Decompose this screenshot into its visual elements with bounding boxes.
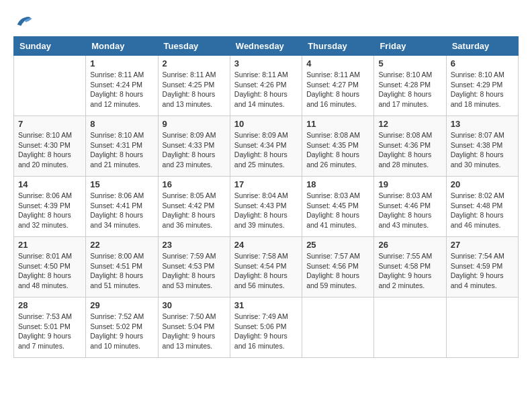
header-day-tuesday: Tuesday (158, 37, 230, 56)
day-info: Sunrise: 7:52 AM Sunset: 5:02 PM Dayligh… (90, 312, 153, 351)
logo-bird-icon (13, 13, 32, 30)
day-number: 7 (18, 119, 81, 129)
calendar-cell: 7Sunrise: 8:10 AM Sunset: 4:30 PM Daylig… (14, 116, 86, 177)
day-info: Sunrise: 8:08 AM Sunset: 4:36 PM Dayligh… (378, 130, 441, 170)
calendar-cell: 26Sunrise: 7:55 AM Sunset: 4:58 PM Dayli… (374, 237, 446, 298)
day-number: 16 (163, 179, 226, 189)
day-info: Sunrise: 8:10 AM Sunset: 4:28 PM Dayligh… (378, 70, 441, 109)
day-info: Sunrise: 7:50 AM Sunset: 5:04 PM Dayligh… (163, 312, 226, 351)
day-number: 10 (234, 119, 298, 129)
day-number: 30 (163, 300, 226, 310)
day-number: 21 (18, 240, 81, 250)
day-number: 13 (451, 119, 514, 129)
calendar-cell: 28Sunrise: 7:53 AM Sunset: 5:01 PM Dayli… (14, 298, 86, 358)
calendar-cell: 10Sunrise: 8:09 AM Sunset: 4:34 PM Dayli… (230, 116, 302, 177)
day-info: Sunrise: 7:54 AM Sunset: 4:59 PM Dayligh… (451, 251, 514, 291)
day-number: 1 (90, 58, 153, 68)
day-info: Sunrise: 8:00 AM Sunset: 4:51 PM Dayligh… (90, 251, 153, 291)
day-info: Sunrise: 8:03 AM Sunset: 4:46 PM Dayligh… (378, 191, 441, 230)
day-number: 6 (451, 58, 514, 68)
calendar-cell: 31Sunrise: 7:49 AM Sunset: 5:06 PM Dayli… (230, 298, 302, 358)
day-info: Sunrise: 8:10 AM Sunset: 4:31 PM Dayligh… (90, 130, 153, 170)
day-info: Sunrise: 8:07 AM Sunset: 4:38 PM Dayligh… (451, 130, 514, 170)
calendar-cell: 18Sunrise: 8:03 AM Sunset: 4:45 PM Dayli… (302, 177, 374, 237)
day-info: Sunrise: 8:10 AM Sunset: 4:30 PM Dayligh… (18, 130, 81, 170)
calendar-cell: 15Sunrise: 8:06 AM Sunset: 4:41 PM Dayli… (86, 177, 158, 237)
day-number: 29 (90, 300, 153, 310)
calendar-week-5: 28Sunrise: 7:53 AM Sunset: 5:01 PM Dayli… (14, 298, 519, 358)
day-info: Sunrise: 8:06 AM Sunset: 4:39 PM Dayligh… (18, 191, 81, 230)
day-info: Sunrise: 8:04 AM Sunset: 4:43 PM Dayligh… (234, 191, 298, 230)
calendar-cell: 5Sunrise: 8:10 AM Sunset: 4:28 PM Daylig… (374, 56, 446, 116)
calendar-cell: 11Sunrise: 8:08 AM Sunset: 4:35 PM Dayli… (302, 116, 374, 177)
day-number: 18 (306, 179, 369, 189)
day-info: Sunrise: 8:10 AM Sunset: 4:29 PM Dayligh… (451, 70, 514, 109)
calendar-cell (302, 298, 374, 358)
calendar-cell: 19Sunrise: 8:03 AM Sunset: 4:46 PM Dayli… (374, 177, 446, 237)
day-info: Sunrise: 7:49 AM Sunset: 5:06 PM Dayligh… (234, 312, 298, 351)
day-info: Sunrise: 8:01 AM Sunset: 4:50 PM Dayligh… (18, 251, 81, 291)
day-number: 8 (90, 119, 153, 129)
header-day-saturday: Saturday (446, 37, 518, 56)
calendar-header-row: SundayMondayTuesdayWednesdayThursdayFrid… (14, 37, 519, 56)
day-number: 22 (90, 240, 153, 250)
calendar-cell: 21Sunrise: 8:01 AM Sunset: 4:50 PM Dayli… (14, 237, 86, 298)
day-number: 17 (234, 179, 298, 189)
calendar-cell: 1Sunrise: 8:11 AM Sunset: 4:24 PM Daylig… (86, 56, 158, 116)
day-number: 31 (234, 300, 298, 310)
day-number: 5 (378, 58, 441, 68)
calendar-cell: 13Sunrise: 8:07 AM Sunset: 4:38 PM Dayli… (446, 116, 518, 177)
calendar-cell (446, 298, 518, 358)
calendar-cell: 16Sunrise: 8:05 AM Sunset: 4:42 PM Dayli… (158, 177, 230, 237)
calendar-cell: 25Sunrise: 7:57 AM Sunset: 4:56 PM Dayli… (302, 237, 374, 298)
day-info: Sunrise: 8:09 AM Sunset: 4:34 PM Dayligh… (234, 130, 298, 170)
day-info: Sunrise: 8:02 AM Sunset: 4:48 PM Dayligh… (451, 191, 514, 230)
calendar-cell: 12Sunrise: 8:08 AM Sunset: 4:36 PM Dayli… (374, 116, 446, 177)
header-day-thursday: Thursday (302, 37, 374, 56)
day-info: Sunrise: 8:09 AM Sunset: 4:33 PM Dayligh… (163, 130, 226, 170)
calendar-cell: 30Sunrise: 7:50 AM Sunset: 5:04 PM Dayli… (158, 298, 230, 358)
calendar-cell: 17Sunrise: 8:04 AM Sunset: 4:43 PM Dayli… (230, 177, 302, 237)
calendar-cell: 6Sunrise: 8:10 AM Sunset: 4:29 PM Daylig… (446, 56, 518, 116)
day-number: 4 (306, 58, 369, 68)
day-number: 28 (18, 300, 81, 310)
header-day-monday: Monday (86, 37, 158, 56)
day-info: Sunrise: 8:06 AM Sunset: 4:41 PM Dayligh… (90, 191, 153, 230)
day-number: 2 (163, 58, 226, 68)
header-day-sunday: Sunday (14, 37, 86, 56)
day-info: Sunrise: 8:11 AM Sunset: 4:26 PM Dayligh… (234, 70, 298, 109)
calendar-cell: 4Sunrise: 8:11 AM Sunset: 4:27 PM Daylig… (302, 56, 374, 116)
calendar-cell: 8Sunrise: 8:10 AM Sunset: 4:31 PM Daylig… (86, 116, 158, 177)
calendar-cell: 14Sunrise: 8:06 AM Sunset: 4:39 PM Dayli… (14, 177, 86, 237)
calendar-table: SundayMondayTuesdayWednesdayThursdayFrid… (13, 36, 519, 358)
calendar-cell: 24Sunrise: 7:58 AM Sunset: 4:54 PM Dayli… (230, 237, 302, 298)
calendar-cell: 23Sunrise: 7:59 AM Sunset: 4:53 PM Dayli… (158, 237, 230, 298)
calendar-cell: 27Sunrise: 7:54 AM Sunset: 4:59 PM Dayli… (446, 237, 518, 298)
day-number: 12 (378, 119, 441, 129)
day-number: 19 (378, 179, 441, 189)
calendar-cell: 22Sunrise: 8:00 AM Sunset: 4:51 PM Dayli… (86, 237, 158, 298)
day-info: Sunrise: 8:08 AM Sunset: 4:35 PM Dayligh… (306, 130, 369, 170)
day-info: Sunrise: 8:03 AM Sunset: 4:45 PM Dayligh… (306, 191, 369, 230)
day-number: 11 (306, 119, 369, 129)
calendar-week-3: 14Sunrise: 8:06 AM Sunset: 4:39 PM Dayli… (14, 177, 519, 237)
day-info: Sunrise: 7:55 AM Sunset: 4:58 PM Dayligh… (378, 251, 441, 291)
day-number: 23 (163, 240, 226, 250)
day-number: 25 (306, 240, 369, 250)
day-info: Sunrise: 8:05 AM Sunset: 4:42 PM Dayligh… (163, 191, 226, 230)
calendar-cell (374, 298, 446, 358)
calendar-week-4: 21Sunrise: 8:01 AM Sunset: 4:50 PM Dayli… (14, 237, 519, 298)
header-day-friday: Friday (374, 37, 446, 56)
day-info: Sunrise: 7:58 AM Sunset: 4:54 PM Dayligh… (234, 251, 298, 291)
calendar-cell: 9Sunrise: 8:09 AM Sunset: 4:33 PM Daylig… (158, 116, 230, 177)
day-info: Sunrise: 7:53 AM Sunset: 5:01 PM Dayligh… (18, 312, 81, 351)
calendar-cell: 29Sunrise: 7:52 AM Sunset: 5:02 PM Dayli… (86, 298, 158, 358)
calendar-cell (14, 56, 86, 116)
day-number: 14 (18, 179, 81, 189)
day-info: Sunrise: 8:11 AM Sunset: 4:27 PM Dayligh… (306, 70, 369, 109)
day-number: 27 (451, 240, 514, 250)
calendar-week-1: 1Sunrise: 8:11 AM Sunset: 4:24 PM Daylig… (14, 56, 519, 116)
day-number: 15 (90, 179, 153, 189)
day-number: 26 (378, 240, 441, 250)
day-number: 9 (163, 119, 226, 129)
